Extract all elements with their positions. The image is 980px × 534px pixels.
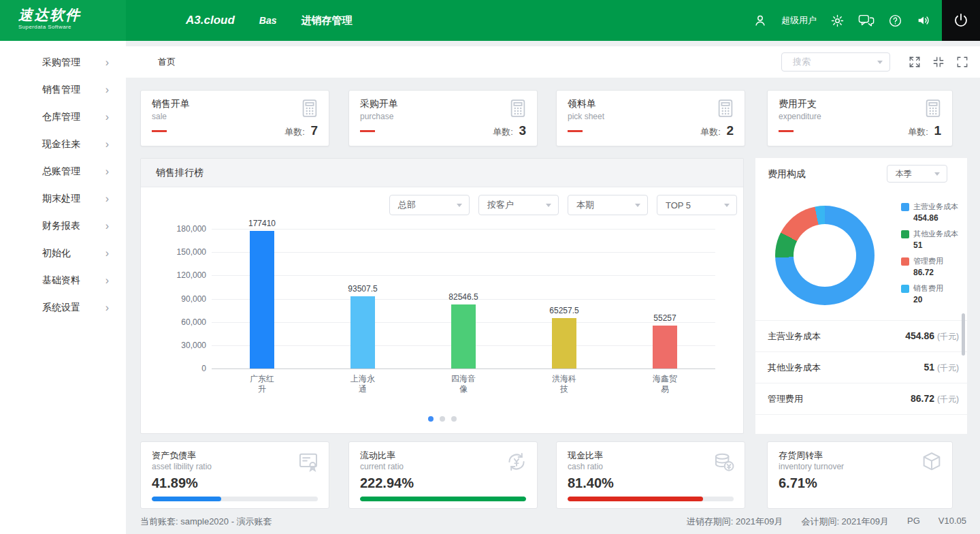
y-axis-tick: 90,000 [156,294,206,304]
sidebar-item[interactable]: 基础资料› [0,267,126,294]
legend-label: 主营业务成本 [913,202,958,212]
period-select-value: 本季 [896,168,912,180]
chevron-right-icon: › [105,221,109,232]
nav-item-inventory-module[interactable]: 进销存管理 [301,14,352,27]
chevron-right-icon: › [105,302,109,313]
stat-card-count-number: 2 [726,123,734,138]
bar[interactable] [350,296,375,368]
sidebar-item[interactable]: 销售管理› [0,76,126,104]
filter-select-value: 按客户 [487,199,514,211]
stat-card[interactable]: 领料单 pick sheet 单数: 2 [556,90,745,146]
sidebar-item[interactable]: 仓库管理› [0,104,126,131]
sidebar-item-label: 销售管理 [42,84,80,96]
gridline [212,252,715,253]
user-icon[interactable] [753,13,768,28]
filter-select[interactable]: TOP 5 [657,195,737,215]
expense-row[interactable]: 管理费用86.72(千元) [755,383,967,415]
expense-row-label: 主营业务成本 [768,330,821,343]
sidebar-item[interactable]: 采购管理› [0,49,126,76]
chevron-down-icon [635,204,640,207]
legend-item[interactable]: 主营业务成本 454.86 [901,202,958,223]
legend-item[interactable]: 管理费用 86.72 [901,256,958,277]
sidebar-item[interactable]: 期末处理› [0,185,126,213]
expense-panel: 费用构成 本季 主营业务成本 454.86 其他业务成本 51 管理费用 86.… [755,158,967,434]
chevron-down-icon [877,61,883,64]
coins-icon [713,450,736,473]
legend-item[interactable]: 销售费用 20 [901,283,958,304]
stat-card-title: 采购开单 [360,98,398,110]
filter-select[interactable]: 按客户 [478,195,559,215]
sidebar-item[interactable]: 财务报表› [0,213,126,240]
filter-select[interactable]: 总部 [389,195,470,215]
y-axis-tick: 150,000 [156,247,206,257]
breadcrumb[interactable]: 首页 [158,46,176,78]
current-user-label[interactable]: 超级用户 [781,14,817,27]
stat-card[interactable]: 采购开单 purchase 单数: 3 [348,90,538,146]
bar[interactable] [552,318,576,368]
legend-swatch [901,203,909,211]
filter-select[interactable]: 本期 [568,195,648,215]
expense-row-label: 其他业务成本 [768,362,821,374]
restore-icon[interactable] [932,56,945,68]
stat-card[interactable]: 销售开单 sale 单数: 7 [140,90,329,146]
legend-swatch [901,230,909,238]
stat-card[interactable]: 费用开支 expenditure 单数: 1 [767,90,953,146]
pagination-dot[interactable] [440,416,445,422]
settings-icon[interactable] [830,14,845,28]
ratio-card[interactable]: 资产负债率 asset libility ratio 41.89% [140,441,329,509]
filter-select-value: 总部 [398,199,416,211]
bar[interactable] [653,326,677,368]
filter-select-value: 本期 [576,199,594,211]
ratio-card[interactable]: 现金比率 cash ratio 81.40% [556,441,745,509]
chevron-right-icon: › [105,275,109,286]
messages-icon[interactable] [858,13,875,28]
ratio-card-value: 6.71% [779,475,817,491]
ratio-progress-track [360,497,526,501]
expense-rows: 主营业务成本454.86(千元)其他业务成本51(千元)管理费用86.72(千元… [755,320,967,415]
logo-subtitle: Superdata Software [18,24,126,30]
bar[interactable] [451,304,476,368]
sidebar-item[interactable]: 现金往来› [0,131,126,158]
logo[interactable]: 速达软件 Superdata Software [0,0,126,41]
stat-card-count-number: 1 [934,123,941,138]
sidebar-menu: 采购管理›销售管理›仓库管理›现金往来›总账管理›期末处理›财务报表›初始化›基… [0,41,126,321]
sidebar-item[interactable]: 初始化› [0,240,126,267]
chevron-right-icon: › [105,112,109,123]
scrollbar-thumb[interactable] [962,313,965,356]
calculator-icon [715,98,736,119]
help-icon[interactable] [888,14,902,28]
pagination-dot[interactable] [428,416,434,422]
expense-row-label: 管理费用 [768,393,803,405]
ratio-card[interactable]: 流动比率 current ratio 222.94% [348,441,538,509]
stat-card-title: 领料单 [568,98,596,110]
sidebar-item-label: 基础资料 [42,274,80,287]
top-nav: A3.cloud Bas 进销存管理 [186,0,352,41]
maximize-icon[interactable] [909,56,921,68]
period-select[interactable]: 本季 [887,165,947,183]
current-account-label: 当前账套: sample2020 - 演示账套 [140,516,272,528]
stat-card-count: 单数: 3 [493,123,526,138]
status-right: 进销存期间: 2021年09月会计期间: 2021年09月PGV10.05 [687,516,966,528]
expense-donut-chart[interactable] [775,206,875,305]
search-input[interactable]: 搜索 [781,52,890,72]
x-axis-label: 广东红升 [212,374,312,394]
sidebar-item-label: 期末处理 [42,193,80,205]
stat-card-subtitle: pick sheet [568,112,604,121]
nav-item-bas[interactable]: Bas [259,15,277,26]
pagination-dot[interactable] [451,416,457,422]
bar[interactable] [250,231,274,368]
legend-item[interactable]: 其他业务成本 51 [901,229,958,250]
ratio-card-title: 流动比率 [360,450,395,462]
sidebar-item[interactable]: 总账管理› [0,158,126,185]
gridline [212,275,715,276]
sidebar-item[interactable]: 系统设置› [0,294,126,321]
power-button[interactable] [942,0,980,41]
sound-icon[interactable] [916,13,931,28]
expense-row[interactable]: 主营业务成本454.86(千元) [755,321,967,352]
nav-item-a3cloud[interactable]: A3.cloud [186,14,235,27]
ratio-card[interactable]: 存货周转率 inventory turnover 6.71% [767,441,953,509]
bar-value-label: 82546.5 [413,292,514,302]
stat-card-count-number: 3 [519,123,526,138]
fullscreen-icon[interactable] [956,56,968,68]
expense-row[interactable]: 其他业务成本51(千元) [755,352,967,383]
